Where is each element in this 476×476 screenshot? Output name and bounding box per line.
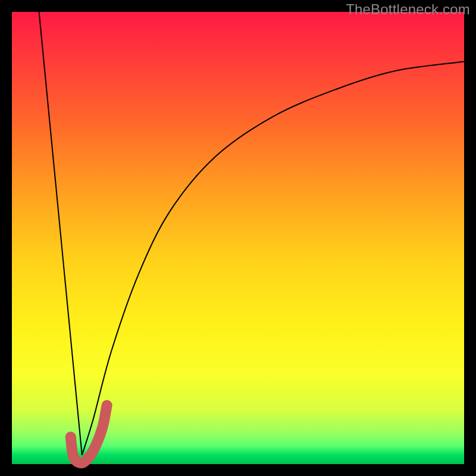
- curve-layer: [12, 12, 464, 464]
- plot-area: [12, 12, 464, 464]
- watermark-text: TheBottleneck.com: [346, 1, 470, 18]
- curve-left-branch: [39, 12, 82, 455]
- chart-frame: TheBottleneck.com: [0, 0, 476, 476]
- curve-right-branch: [82, 62, 464, 455]
